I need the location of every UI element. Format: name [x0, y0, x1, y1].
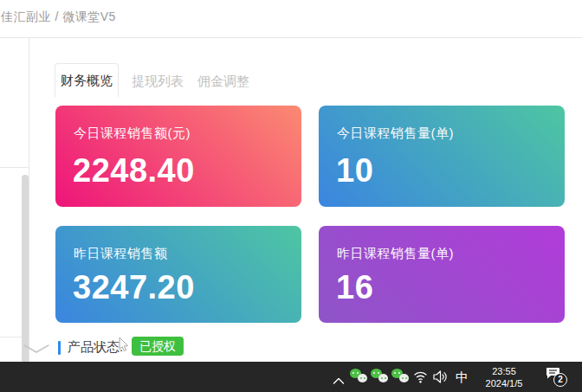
taskbar: 中 23:55 2024/1/5 2: [0, 362, 582, 392]
scrollbar[interactable]: [22, 175, 29, 362]
stat-card-value: 3247.20: [73, 269, 195, 306]
wechat-bubble-small: [358, 374, 367, 382]
notification-badge: 2: [553, 373, 567, 387]
stat-card-value: 16: [336, 269, 373, 306]
status-badge: 已授权: [132, 337, 184, 356]
stat-card-label: 今日课程销售量(单): [337, 125, 454, 142]
status-accent-bar: [58, 341, 61, 355]
clock-date: 2024/1/5: [473, 377, 535, 389]
horizontal-divider-bottom: [0, 337, 22, 337]
volume-icon[interactable]: [433, 370, 449, 383]
stat-card-value: 2248.40: [73, 152, 195, 190]
horizontal-divider-top: [0, 167, 29, 168]
wechat-icon[interactable]: [371, 369, 389, 385]
ime-indicator[interactable]: 中: [456, 370, 469, 386]
stat-card-label: 今日课程销售额(元): [74, 125, 191, 142]
stat-card-today-sales-count: 今日课程销售量(单) 10: [319, 106, 565, 207]
breadcrumb[interactable]: 佳汇副业 / 微课堂V5: [1, 10, 116, 25]
status-label: 产品状态:: [68, 339, 123, 356]
clock-time: 23:55: [473, 365, 535, 377]
clock[interactable]: 23:55 2024/1/5: [473, 365, 535, 389]
wechat-icon[interactable]: [391, 369, 410, 385]
stat-card-today-sales-amount: 今日课程销售额(元) 2248.40: [55, 106, 301, 207]
stat-card-yesterday-sales-count: 昨日课程销售量(单) 16: [319, 226, 565, 323]
stat-card-value: 10: [336, 152, 373, 190]
stat-card-yesterday-sales-amount: 昨日课程销售额 3247.20: [55, 226, 301, 323]
tab-finance-overview[interactable]: 财务概览: [55, 63, 119, 98]
wechat-bubble-small: [378, 374, 388, 382]
stat-card-label: 昨日课程销售量(单): [337, 246, 454, 262]
vertical-divider: [29, 38, 29, 362]
chevron-up-icon[interactable]: [333, 373, 345, 381]
wifi-icon[interactable]: [413, 370, 428, 383]
chevron-down-icon[interactable]: [23, 343, 50, 355]
mouse-cursor: [119, 337, 129, 353]
stat-card-label: 昨日课程销售额: [74, 246, 168, 262]
tab-commission-adjust[interactable]: 佣金调整: [197, 74, 249, 90]
wechat-icon[interactable]: [350, 369, 368, 385]
breadcrumb-bar: 佳汇副业 / 微课堂V5: [0, 0, 582, 38]
wechat-bubble-small: [399, 374, 409, 382]
tab-withdraw-list[interactable]: 提现列表: [132, 74, 184, 90]
